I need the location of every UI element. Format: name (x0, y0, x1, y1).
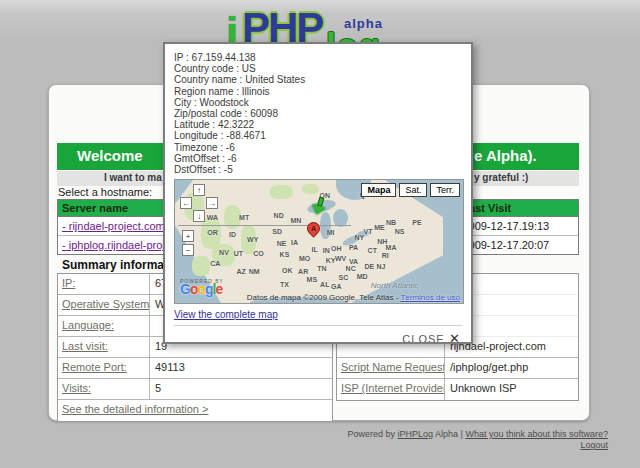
summary-label-link[interactable]: Last visit: (58, 337, 150, 357)
terms-of-use-link[interactable]: Términos de uso (400, 293, 460, 302)
powered-by-text: Powered by (347, 429, 397, 439)
summary-label-link[interactable]: Remote Port: (58, 358, 150, 378)
state-label: SC (339, 274, 349, 281)
ocean-label: North Atlantic (371, 281, 419, 290)
attribution-text: Datos de mapa ©2009 Google, Tele Atlas - (247, 293, 401, 302)
geo-info-line: Zip/postal code : 60098 (174, 108, 462, 119)
marker-letter: A (308, 223, 319, 234)
view-complete-map-link[interactable]: View the complete map (174, 309, 278, 320)
welcome-banner-text-right: e Alpha). (474, 147, 537, 164)
state-label: NB (386, 219, 396, 226)
state-label: MI (327, 228, 335, 235)
details-link[interactable]: See the detailed information > (58, 400, 212, 421)
summary-row: Remote Port:49113 (58, 358, 332, 379)
welcome-subtext-right: y grateful :) (474, 172, 528, 183)
close-button[interactable]: CLOSE (402, 333, 444, 344)
close-x-icon[interactable]: ✕ (449, 331, 460, 344)
summary-label-link[interactable]: IP: (58, 274, 150, 294)
zoom-in-button[interactable]: + (182, 230, 194, 242)
geo-info-line: Timezone : -6 (174, 142, 462, 153)
summary-label-link[interactable]: Language: (58, 316, 150, 336)
google-logo-letter: o (197, 281, 205, 297)
state-label: PE (412, 219, 421, 226)
state-label: IA (291, 238, 298, 245)
geo-details-modal: IP : 67.159.44.138Country code : USCount… (163, 42, 473, 344)
geo-info-line: GmtOffset : -6 (174, 153, 462, 164)
state-label: ME (374, 223, 385, 230)
state-label: NS (395, 227, 405, 234)
pan-left-icon[interactable]: ← (180, 197, 192, 209)
pan-down-icon[interactable]: ↓ (193, 210, 205, 222)
state-label: MA (386, 243, 397, 250)
state-label: NV (219, 248, 229, 255)
state-label: WY (247, 236, 258, 243)
state-label: ND (274, 211, 284, 218)
geo-info-line: Region name : Illinois (174, 86, 462, 97)
geo-info-line: Latitude : 42.3222 (174, 119, 462, 130)
summary-label-link[interactable]: Script Name Request: (337, 358, 445, 378)
state-label: IN (323, 247, 330, 254)
pan-right-icon[interactable]: → (206, 197, 218, 209)
summary-label-link[interactable]: ISP (Internet Provider): (337, 379, 445, 400)
state-label: NE (277, 239, 287, 246)
summary-value: Unknown ISP (445, 379, 578, 400)
state-label: DE (365, 263, 375, 270)
state-label: IL (312, 246, 318, 253)
map-forest-patch (302, 184, 319, 194)
state-label: MN (291, 216, 302, 223)
state-label: WV (335, 254, 346, 261)
state-label: NM (249, 268, 260, 275)
google-logo-letter: g (205, 281, 213, 297)
modal-close-row: CLOSE ✕ (174, 326, 462, 344)
state-label: TN (317, 264, 326, 271)
google-logo: POWERED BY Google (180, 277, 224, 293)
footer-line2: Logout (347, 440, 608, 451)
state-label: NJ (376, 263, 385, 270)
logout-link[interactable]: Logout (580, 440, 608, 450)
geo-info-line: Country code : US (174, 63, 462, 74)
state-label: SD (272, 227, 282, 234)
state-label: CT (368, 247, 377, 254)
map-type-button-terr[interactable]: Terr. (430, 183, 460, 197)
brand-link[interactable]: iPHPLog (398, 429, 434, 439)
google-wordmark: Google (180, 281, 222, 297)
summary-value: 49113 (150, 358, 332, 378)
welcome-subtext-left: I want to ma (104, 172, 162, 183)
state-label: UT (234, 249, 243, 256)
powered-suffix-text: Alpha | (433, 429, 465, 439)
summary-label-link[interactable]: Visits: (58, 379, 150, 399)
state-label: MO (299, 254, 310, 261)
summary-row: Script Name Request:/iphplog/get.php (337, 358, 578, 379)
zoom-out-button[interactable]: − (182, 244, 194, 256)
geo-info-block: IP : 67.159.44.138Country code : USCount… (174, 52, 462, 175)
last-visit-value: 2009-12-17.19:13 (458, 217, 578, 235)
state-label: NY (354, 233, 364, 240)
map-type-button-mapa[interactable]: Mapa (361, 183, 396, 197)
summary-label-link[interactable]: Operative System: (58, 295, 150, 315)
feedback-link[interactable]: What you think about this software? (465, 429, 608, 439)
state-label: VA (349, 258, 358, 265)
map-type-button-sat[interactable]: Sat. (399, 183, 427, 197)
welcome-banner-text-left: Welcome (77, 147, 143, 164)
pan-up-icon[interactable]: ↑ (193, 184, 205, 196)
google-map[interactable]: ONQCWAMTNDMNORIDSDWYNEIANVUTCOKSMOCAAZNM… (174, 179, 464, 304)
summary-value: 5 (150, 379, 332, 399)
last-visit-value: 2009-12-17.20:07 (458, 236, 578, 254)
state-label: MS (307, 275, 318, 282)
summary-value: /iphplog/get.php (445, 358, 578, 378)
state-label: MD (357, 273, 368, 280)
google-logo-letter: G (180, 281, 190, 297)
state-label: ID (229, 231, 236, 238)
details-row: See the detailed information > (58, 400, 332, 421)
geo-info-line: Longitude : -88.4671 (174, 130, 462, 141)
state-label: AL (320, 280, 329, 287)
state-label: GA (331, 283, 342, 290)
state-label: OH (331, 244, 342, 251)
state-label: KS (280, 251, 290, 258)
select-hostname-label: Select a hostname: (58, 186, 152, 198)
last-visit-header: Last Visit (458, 200, 578, 216)
page: i PHP alpha log Welcome e Alpha). I want… (0, 0, 640, 468)
state-label: MT (239, 214, 249, 221)
map-pan-control: ↑←→↓+− (180, 184, 220, 260)
geo-info-line: Country name : United States (174, 74, 462, 85)
